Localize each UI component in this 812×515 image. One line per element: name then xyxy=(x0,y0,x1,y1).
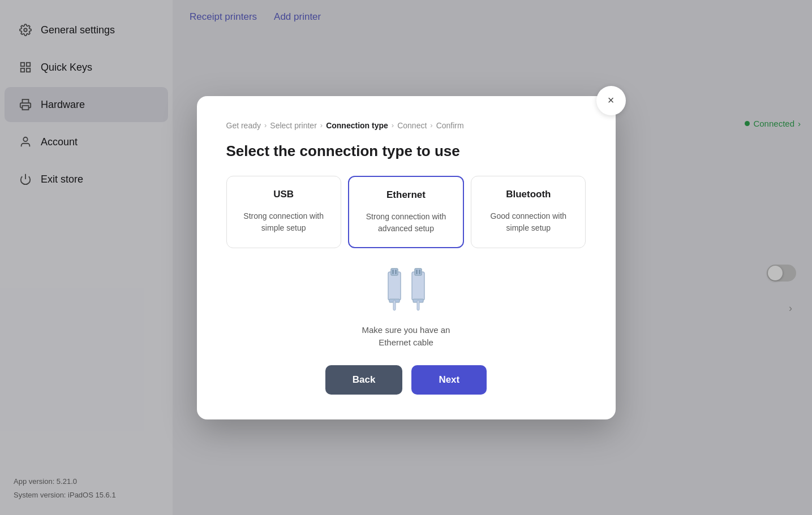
breadcrumb-sep-2: › xyxy=(320,121,323,129)
connection-type-cards: USB Strong connection with simple setup … xyxy=(226,176,586,248)
modal-dialog: × Get ready › Select printer › Connectio… xyxy=(197,96,616,419)
usb-card[interactable]: USB Strong connection with simple setup xyxy=(226,176,341,248)
svg-rect-19 xyxy=(417,300,419,310)
breadcrumb-get-ready: Get ready xyxy=(226,121,261,130)
breadcrumb-confirm: Confirm xyxy=(436,121,464,130)
modal-title: Select the connection type to use xyxy=(226,142,586,160)
svg-rect-10 xyxy=(392,270,394,274)
breadcrumb-connect: Connect xyxy=(397,121,427,130)
svg-rect-13 xyxy=(393,300,396,310)
svg-rect-17 xyxy=(419,270,420,274)
illustration-text: Make sure you have anEthernet cable xyxy=(362,324,450,349)
svg-rect-15 xyxy=(415,269,422,275)
svg-rect-14 xyxy=(412,272,424,300)
back-button[interactable]: Back xyxy=(325,365,403,395)
bluetooth-card[interactable]: Bluetooth Good connection with simple se… xyxy=(471,176,586,248)
breadcrumb: Get ready › Select printer › Connection … xyxy=(226,121,586,130)
breadcrumb-sep-1: › xyxy=(264,121,267,129)
ethernet-card-desc: Strong connection with advanced setup xyxy=(358,211,454,235)
svg-rect-9 xyxy=(391,269,398,275)
ethernet-card[interactable]: Ethernet Strong connection with advanced… xyxy=(348,176,464,248)
ethernet-card-title: Ethernet xyxy=(358,189,454,201)
bluetooth-card-title: Bluetooth xyxy=(480,189,576,200)
breadcrumb-sep-3: › xyxy=(392,121,394,129)
svg-rect-8 xyxy=(388,272,401,300)
close-button[interactable]: × xyxy=(596,86,626,115)
usb-card-desc: Strong connection with simple setup xyxy=(236,210,332,234)
breadcrumb-connection-type: Connection type xyxy=(326,121,388,130)
svg-rect-16 xyxy=(416,270,418,274)
breadcrumb-select-printer: Select printer xyxy=(270,121,316,130)
breadcrumb-sep-4: › xyxy=(430,121,432,129)
ethernet-illustration: Make sure you have anEthernet cable xyxy=(226,266,586,349)
next-button[interactable]: Next xyxy=(411,365,487,395)
ethernet-cable-icon xyxy=(384,266,429,317)
svg-rect-11 xyxy=(395,270,397,274)
modal-actions: Back Next xyxy=(226,365,586,395)
usb-card-title: USB xyxy=(236,189,332,200)
bluetooth-card-desc: Good connection with simple setup xyxy=(480,210,576,234)
